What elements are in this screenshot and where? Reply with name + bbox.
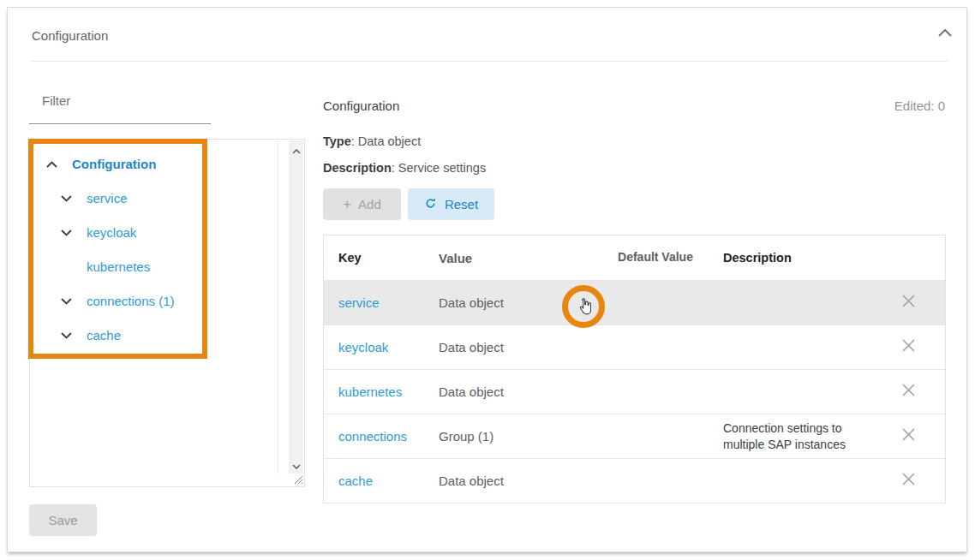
chevron-down-icon — [292, 457, 301, 473]
tree-panel: Configuration service keycloak — [29, 139, 305, 487]
row-description — [720, 475, 872, 487]
row-key-link[interactable]: keycloak — [338, 340, 388, 354]
tree-item[interactable]: cache — [30, 318, 277, 352]
tree-item-label[interactable]: service — [87, 191, 128, 206]
plus-icon: + — [343, 197, 351, 211]
close-icon — [901, 427, 916, 445]
row-value: Data object — [439, 474, 591, 488]
column-header-key: Key — [338, 251, 439, 265]
row-key-link[interactable]: service — [338, 295, 380, 310]
scrollbar-up-button[interactable] — [289, 142, 303, 157]
panel-title: Configuration — [32, 28, 108, 43]
row-description: Connection settings to multiple SAP inst… — [720, 414, 872, 457]
add-button[interactable]: + Add — [323, 188, 401, 220]
reset-button-label: Reset — [445, 197, 478, 211]
config-tree: Configuration service keycloak — [30, 146, 277, 352]
table-row: cache Data object — [324, 458, 945, 503]
panel-collapse-button[interactable] — [936, 25, 954, 40]
edited-badge: Edited: 0 — [894, 98, 945, 113]
chevron-down-icon[interactable] — [61, 224, 72, 240]
column-header-value: Value — [439, 251, 591, 265]
row-value: Data object — [439, 384, 591, 399]
type-value: : Data object — [351, 134, 421, 148]
detail-title: Configuration — [323, 98, 399, 113]
delete-row-button[interactable] — [900, 294, 918, 313]
column-header-description: Description — [720, 244, 872, 272]
table-body: service Data object keycloak Data object — [324, 280, 945, 503]
tree-item[interactable]: Configuration — [30, 146, 277, 181]
add-button-label: Add — [358, 197, 381, 211]
header-divider — [32, 61, 948, 62]
type-line: Type: Data object — [323, 134, 421, 148]
row-key-link[interactable]: connections — [338, 429, 407, 444]
close-icon — [901, 472, 916, 490]
config-table: Key Value Default Value Description serv… — [323, 235, 946, 503]
close-icon — [901, 338, 916, 356]
close-icon — [901, 294, 916, 312]
refresh-icon — [424, 197, 437, 212]
tree-panel-inner-border — [278, 140, 278, 474]
table-row: keycloak Data object — [324, 325, 945, 369]
resize-grip-icon[interactable] — [290, 473, 304, 486]
chevron-down-icon[interactable] — [61, 327, 72, 343]
description-label: Description — [323, 161, 392, 175]
row-key-link[interactable]: cache — [338, 474, 373, 488]
tree-item-label[interactable]: kubernetes — [87, 259, 150, 274]
configuration-panel: Configuration Filter Configuration — [7, 7, 967, 552]
table-row: kubernetes Data object — [324, 369, 945, 414]
table-header-row: Key Value Default Value Description — [324, 235, 945, 280]
tree-item[interactable]: keycloak — [30, 215, 277, 249]
delete-row-button[interactable] — [900, 472, 918, 491]
chevron-down-icon[interactable] — [61, 190, 72, 206]
description-line: Description: Service settings — [323, 161, 486, 175]
chevron-up-icon[interactable] — [46, 156, 57, 171]
scrollbar-down-button[interactable] — [289, 457, 303, 472]
save-button[interactable]: Save — [29, 504, 97, 536]
chevron-up-icon — [938, 25, 952, 40]
tree-item[interactable]: kubernetes — [30, 249, 277, 283]
row-key-link[interactable]: kubernetes — [338, 384, 402, 399]
row-description — [720, 386, 872, 398]
tree-item-label[interactable]: Configuration — [72, 157, 156, 171]
tree-scrollbar[interactable] — [289, 140, 303, 474]
close-icon — [901, 383, 916, 401]
reset-button[interactable]: Reset — [408, 188, 494, 220]
tree-item[interactable]: connections (1) — [30, 283, 277, 318]
table-row: connections Group (1) Connection setting… — [324, 414, 945, 458]
tree-item-label[interactable]: connections (1) — [87, 294, 175, 308]
tree-item-label[interactable]: keycloak — [87, 225, 136, 240]
table-row: service Data object — [324, 280, 945, 325]
chevron-up-icon — [292, 142, 301, 158]
description-value: : Service settings — [392, 161, 486, 175]
tree-item-label[interactable]: cache — [87, 328, 121, 343]
tree-item[interactable]: service — [30, 181, 277, 215]
filter-input[interactable] — [29, 102, 211, 124]
row-value: Data object — [439, 340, 591, 354]
row-description — [720, 297, 872, 309]
delete-row-button[interactable] — [900, 427, 918, 446]
row-value: Data object — [439, 295, 591, 310]
column-header-default: Default Value — [591, 250, 720, 265]
chevron-down-icon[interactable] — [61, 293, 72, 308]
delete-row-button[interactable] — [900, 383, 918, 402]
row-value: Group (1) — [439, 429, 591, 444]
row-description — [720, 342, 872, 354]
type-label: Type — [323, 134, 351, 148]
delete-row-button[interactable] — [900, 338, 918, 357]
